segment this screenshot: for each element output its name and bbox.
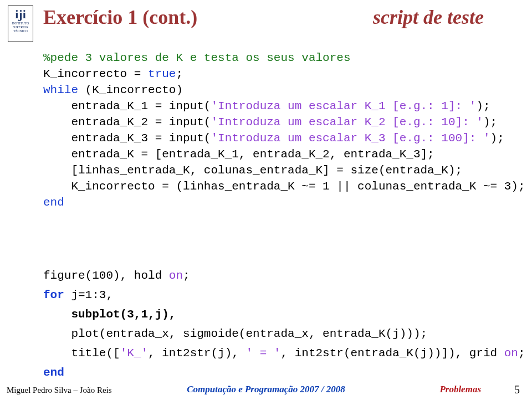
code-text: title([ [43,347,120,360]
code-keyword: true [148,68,176,80]
code-keyword: end [43,196,64,209]
logo-text: INSTITUTO SUPERIOR TÉCNICO [12,22,29,33]
code-text: ); [483,116,497,129]
code-text: j=1:3, [64,289,113,301]
code-text: K_incorrecto = (linhas_entrada_K ~= 1 ||… [43,180,525,193]
code-block-2: figure(100), hold on; for j=1:3, subplot… [43,266,528,382]
code-string: on [504,347,518,360]
code-block-1: %pede 3 valores de K e testa os seus val… [43,50,528,211]
logo-abbr: iji [15,8,26,20]
code-text: figure(100), hold [43,269,169,282]
code-text: , int2str(j), [148,347,245,360]
code-keyword: while [43,84,78,96]
code-text: ; [183,269,190,282]
slide-page: iji INSTITUTO SUPERIOR TÉCNICO Exercício… [0,0,532,405]
code-string: 'Introduza um escalar K_1 [e.g.: 1]: ' [211,100,476,112]
code-text: (K_incorrecto) [78,84,183,96]
code-text: ; [518,347,525,360]
code-text: ; [176,68,183,80]
code-string: 'Introduza um escalar K_3 [e.g.: 100]: ' [211,132,490,145]
code-keyword: end [43,366,64,379]
code-line: K_incorrecto = [43,68,148,80]
code-string: 'K_' [120,347,148,360]
title-left: Exercício 1 (cont.) [43,6,197,28]
code-text: entrada_K_1 = input( [43,100,211,112]
institution-logo: iji INSTITUTO SUPERIOR TÉCNICO [8,6,33,42]
code-keyword: for [43,289,64,301]
code-text: ); [476,100,490,112]
code-text: ); [490,132,504,145]
slide-title: Exercício 1 (cont.) script de teste [43,6,509,32]
code-text: plot(entrada_x, sigmoide(entrada_x, entr… [43,327,427,340]
code-comment: %pede 3 valores de K e testa os seus val… [43,52,351,64]
code-string: on [169,269,183,282]
code-text: [linhas_entrada_K, colunas_entrada_K] = … [43,164,462,177]
code-text: subplot(3,1,j), [43,308,176,321]
code-text: , int2str(entrada_K(j))]), grid [281,347,504,360]
code-text: entrada_K = [entrada_K_1, entrada_K_2, e… [43,148,434,161]
code-text: entrada_K_2 = input( [43,116,211,129]
footer-section: Problemas [439,384,481,395]
code-text: entrada_K_3 = input( [43,132,211,145]
title-right: script de teste [373,6,484,29]
code-string: 'Introduza um escalar K_2 [e.g.: 10]: ' [211,116,483,129]
page-number: 5 [514,383,520,396]
code-string: ' = ' [245,347,280,360]
